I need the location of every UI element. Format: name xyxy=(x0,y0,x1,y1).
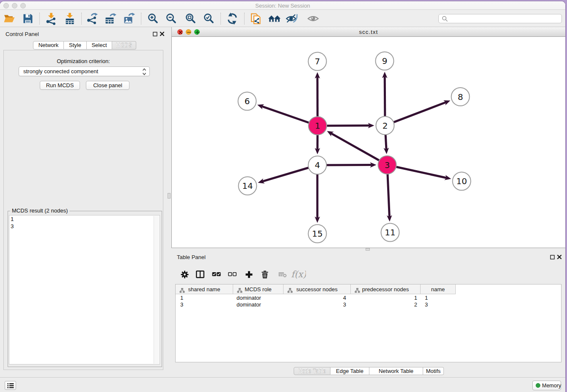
column-header-shared-name[interactable]: shared name xyxy=(176,284,233,294)
graph-edge[interactable] xyxy=(331,133,379,160)
graph-node-label: 10 xyxy=(456,176,467,186)
float-panel-icon[interactable] xyxy=(153,32,157,36)
network-from-view-icon[interactable] xyxy=(249,12,263,25)
window-title: Session: New Session xyxy=(0,3,565,9)
tab-network-table[interactable]: Network Table xyxy=(369,367,423,375)
graph-edge[interactable] xyxy=(388,174,389,217)
zoom-out-icon[interactable] xyxy=(164,12,179,25)
column-header-successor-nodes[interactable]: successor nodes xyxy=(284,284,351,294)
table-cell[interactable]: 1 xyxy=(176,295,233,301)
list-icon xyxy=(7,383,14,389)
column-header-name[interactable]: name xyxy=(421,284,456,294)
column-header-label: predecessor nodes xyxy=(362,286,409,293)
column-header-label: shared name xyxy=(188,286,220,293)
import-network-icon[interactable] xyxy=(44,12,58,25)
vertical-split-grip[interactable] xyxy=(168,193,171,199)
table-settings-icon[interactable] xyxy=(178,267,191,282)
table-cell[interactable]: 3 xyxy=(284,301,351,308)
search-icon xyxy=(442,16,448,22)
table-cell[interactable]: dominator xyxy=(233,301,284,308)
table-cell[interactable]: 1 xyxy=(421,295,456,301)
run-mcds-button[interactable]: Run MCDS xyxy=(40,81,80,90)
export-image-icon[interactable] xyxy=(122,12,136,25)
toolbar-separator xyxy=(141,13,141,25)
column-header-MCDS-role[interactable]: MCDS role xyxy=(233,284,284,294)
toolbar-separator xyxy=(39,13,40,25)
table-cell[interactable]: 3 xyxy=(421,301,456,308)
memory-status-icon xyxy=(536,383,540,388)
export-network-icon[interactable] xyxy=(85,12,99,25)
status-bar: Memory xyxy=(0,377,565,392)
graph-edge[interactable] xyxy=(262,168,308,181)
toolbar-separator xyxy=(244,13,245,25)
graph-node-label: 14 xyxy=(242,181,253,191)
column-header-label: successor nodes xyxy=(296,286,338,293)
table-cell[interactable]: 1 xyxy=(351,295,421,301)
horizontal-split-grip[interactable] xyxy=(366,248,370,251)
refresh-view-icon[interactable] xyxy=(225,12,239,25)
graph-node-label: 11 xyxy=(385,227,395,237)
tab-node-table[interactable]: Node Table xyxy=(294,367,330,375)
graph-edge[interactable] xyxy=(385,135,386,149)
deselect-all-icon[interactable] xyxy=(226,267,239,282)
table-header-row: shared nameMCDS rolesuccessor nodesprede… xyxy=(176,284,456,294)
network-window-title: scc.txt xyxy=(172,29,565,35)
tab-select[interactable]: Select xyxy=(87,41,112,50)
mcds-result-textarea[interactable]: 1 3 xyxy=(9,215,160,364)
result-scrollbar[interactable] xyxy=(154,216,159,364)
table-row[interactable]: 1dominator411 xyxy=(176,295,456,301)
graph-node-label: 3 xyxy=(385,160,390,170)
zoom-in-icon[interactable] xyxy=(146,12,160,25)
graph-edge[interactable] xyxy=(396,167,446,178)
graph-edge[interactable] xyxy=(385,76,385,116)
table-panel-title: Table Panel xyxy=(177,254,206,260)
zoom-selected-icon[interactable] xyxy=(202,12,216,25)
table-toolbar: f(x) xyxy=(176,267,561,282)
hide-selected-icon[interactable] xyxy=(285,12,299,25)
table-cell[interactable]: dominator xyxy=(233,295,284,301)
control-panel-tabs: Network Style Select MCDS xyxy=(33,41,136,50)
graph-edge[interactable] xyxy=(394,102,446,122)
open-session-icon[interactable] xyxy=(2,12,17,25)
network-window-titlebar[interactable]: scc.txt xyxy=(171,27,565,37)
tab-motifs[interactable]: Motifs xyxy=(423,367,444,375)
tab-mcds[interactable]: MCDS xyxy=(112,41,136,50)
first-neighbors-icon[interactable] xyxy=(267,12,282,25)
import-table-icon[interactable] xyxy=(63,12,77,25)
table-cell[interactable]: 2 xyxy=(351,301,421,308)
export-table-icon[interactable] xyxy=(103,12,118,25)
function-builder-icon[interactable]: f(x) xyxy=(290,267,306,282)
column-header-predecessor-nodes[interactable]: predecessor nodes xyxy=(351,284,421,294)
graph-edge[interactable] xyxy=(261,106,308,123)
zoom-fit-icon[interactable] xyxy=(184,12,198,25)
tab-style[interactable]: Style xyxy=(64,41,87,50)
split-columns-icon[interactable] xyxy=(194,267,206,282)
select-all-icon[interactable] xyxy=(210,267,223,282)
close-panel-icon[interactable] xyxy=(160,31,165,36)
delete-column-icon[interactable] xyxy=(259,267,271,282)
table-cell[interactable]: 3 xyxy=(176,301,233,308)
tab-network[interactable]: Network xyxy=(33,41,64,50)
delete-table-icon[interactable] xyxy=(276,267,289,282)
optimization-criterion-select[interactable]: strongly connected component xyxy=(19,66,150,76)
control-panel-title: Control Panel xyxy=(6,31,39,37)
show-all-icon[interactable] xyxy=(306,12,320,25)
column-tree-icon xyxy=(179,288,185,293)
graph-node-label: 8 xyxy=(458,92,463,102)
graph-node-label: 15 xyxy=(312,229,322,239)
close-panel-button[interactable]: Close panel xyxy=(86,81,129,90)
add-column-icon[interactable] xyxy=(242,267,255,282)
network-canvas[interactable]: 1234678910111415 xyxy=(171,37,565,248)
network-graph[interactable]: 1234678910111415 xyxy=(172,37,565,248)
task-history-button[interactable] xyxy=(5,381,16,390)
tab-edge-table[interactable]: Edge Table xyxy=(330,367,369,375)
graph-node-label: 6 xyxy=(245,96,250,106)
memory-button[interactable]: Memory xyxy=(532,381,561,390)
search-input[interactable] xyxy=(438,14,562,23)
table-cell[interactable]: 4 xyxy=(284,295,351,301)
column-header-label: name xyxy=(431,286,445,293)
table-row[interactable]: 3dominator323 xyxy=(176,301,456,308)
close-table-panel-icon[interactable] xyxy=(557,254,562,259)
float-table-panel-icon[interactable] xyxy=(550,255,555,259)
save-session-icon[interactable] xyxy=(21,12,35,25)
